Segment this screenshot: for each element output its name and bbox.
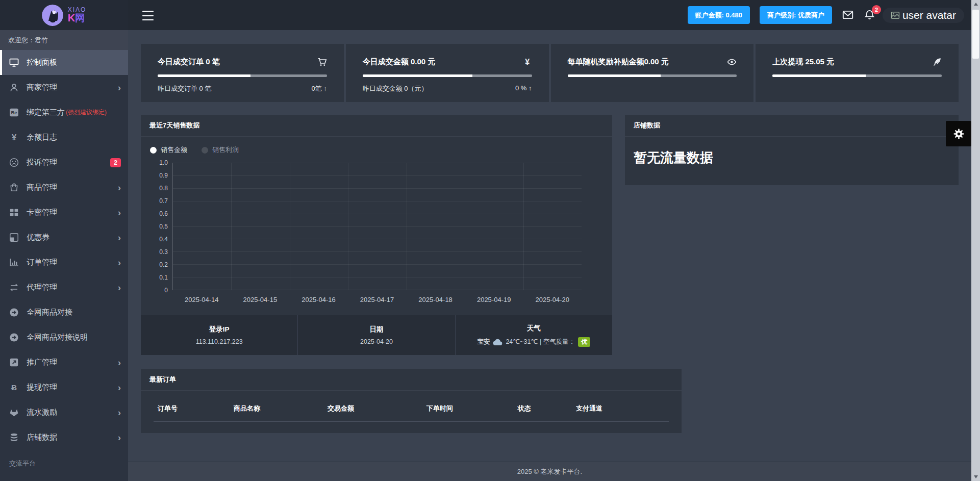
brand-logo[interactable]: XIAO K网 (0, 0, 128, 30)
sidebar-item-0[interactable]: 控制面板 (0, 50, 128, 75)
sidebar-item-label: 订单管理 (27, 258, 57, 267)
orders-table-header: 订单号商品名称交易金额下单时间状态支付通道 (154, 391, 669, 422)
broken-image-icon (891, 11, 900, 20)
legend-dot (202, 147, 208, 154)
sidebar: XIAO K网 欢迎您：君竹 控制面板商家管理›Be绑定第三方(强烈建议绑定)¥… (0, 0, 128, 481)
x-tick-label: 2025-04-16 (289, 296, 348, 303)
sidebar-item-13[interactable]: Ƀ提现管理› (0, 375, 128, 400)
info-cell-value: 113.110.217.223 (196, 338, 243, 345)
stat-card-footer: 昨日成交金额 0（元）0 % ↑ (363, 84, 532, 93)
stat-footer-right: 0 % ↑ (515, 84, 532, 93)
y-tick-label: 0.6 (159, 210, 168, 217)
chevron-right-icon: › (118, 383, 121, 392)
user-avatar[interactable]: user avatar (886, 8, 961, 22)
sidebar-item-end: › (118, 258, 121, 267)
stat-card-title-row: 上次提现 25.05 元 (772, 57, 942, 67)
sidebar-item-4[interactable]: 投诉管理2 (0, 150, 128, 175)
arrow-circle-icon (9, 333, 19, 342)
sidebar-item-label: 投诉管理 (27, 158, 57, 167)
menu-toggle-button[interactable] (142, 11, 154, 20)
sidebar-item-end: › (118, 283, 121, 292)
info-cell-2: 天气宝安24℃~31℃ | 空气质量：优 (456, 315, 612, 355)
stat-card-3: 上次提现 25.05 元 (756, 44, 959, 102)
x-tick-label: 2025-04-17 (348, 296, 407, 303)
sidebar-nav: 控制面板商家管理›Be绑定第三方(强烈建议绑定)¥余额日志投诉管理2商品管理›卡… (0, 50, 128, 450)
sidebar-item-label: 余额日志 (27, 133, 57, 142)
info-value-text: 24℃~31℃ | 空气质量： (506, 338, 575, 346)
info-cell-title: 登录IP (209, 325, 230, 334)
sidebar-item-qq-group[interactable]: 对接QQ群 (0, 473, 128, 481)
chart-plot-area (172, 163, 582, 290)
inbox-button[interactable] (842, 9, 854, 21)
chevron-right-icon: › (118, 208, 121, 217)
sidebar-item-6[interactable]: 卡密管理› (0, 200, 128, 225)
sidebar-item-5[interactable]: 商品管理› (0, 175, 128, 200)
main-area: 账户金额: 0.480 商户级别: 优质商户 2 user avatar 今日成… (128, 0, 971, 481)
info-value-text: 113.110.217.223 (196, 338, 243, 345)
y-tick-label: 0.4 (159, 236, 168, 243)
info-cell-title: 日期 (369, 325, 383, 334)
account-balance-badge[interactable]: 账户金额: 0.480 (688, 6, 750, 24)
svg-text:¥: ¥ (524, 57, 530, 67)
chart-plot-column: 2025-04-142025-04-152025-04-162025-04-17… (172, 163, 582, 309)
chart-legend: 销售金额销售利润 (141, 137, 612, 158)
page-footer: 2025 © 老米发卡平台. (128, 462, 971, 481)
sidebar-item-2[interactable]: Be绑定第三方(强烈建议绑定) (0, 100, 128, 125)
sidebar-item-label: 卡密管理 (27, 208, 57, 217)
topbar-right: 账户金额: 0.480 商户级别: 优质商户 2 user avatar (688, 6, 962, 24)
arrow-circle-icon (9, 308, 19, 317)
legend-label: 销售利润 (212, 145, 239, 155)
scrollbar-up-arrow[interactable] (971, 0, 980, 9)
stat-progress-bar (772, 74, 942, 77)
bag-icon (9, 183, 19, 192)
orders-column-header: 商品名称 (234, 404, 328, 413)
external-link-icon (9, 358, 19, 367)
bitcoin-icon: Ƀ (9, 383, 19, 392)
weather-city: 宝安 (477, 338, 490, 346)
sidebar-item-14[interactable]: 流水激励› (0, 400, 128, 425)
y-tick-label: 0.8 (159, 185, 168, 192)
stat-progress-bar (158, 74, 327, 77)
sidebar-item-7[interactable]: 优惠券› (0, 225, 128, 250)
sidebar-item-label: 商品管理 (27, 183, 57, 192)
legend-item-0[interactable]: 销售金额 (150, 145, 187, 155)
stat-card-title-row: 今日成交订单 0 笔 (158, 57, 327, 67)
envelope-icon (842, 9, 853, 20)
app-window: XIAO K网 欢迎您：君竹 控制面板商家管理›Be绑定第三方(强烈建议绑定)¥… (0, 0, 980, 481)
sidebar-item-end: 2 (110, 158, 121, 167)
orders-panel-title: 最新订单 (141, 369, 682, 391)
y-tick-label: 0.3 (159, 248, 168, 256)
coupon-icon (9, 233, 19, 242)
sidebar-item-3[interactable]: ¥余额日志 (0, 125, 128, 150)
scrollbar-thumb[interactable] (972, 10, 979, 59)
sidebar-item-1[interactable]: 商家管理› (0, 75, 128, 100)
scrollbar-down-arrow[interactable] (971, 472, 980, 481)
middle-row: 最近7天销售数据 销售金额销售利润 1.00.90.80.70.60.50.40… (141, 115, 959, 355)
stat-footer-right: 0笔 ↑ (311, 84, 326, 93)
settings-fab[interactable] (946, 121, 971, 146)
merchant-level-badge[interactable]: 商户级别: 优质商户 (760, 6, 832, 24)
brand-k-text: K (68, 12, 75, 23)
sidebar-item-label: 全网商品对接 (27, 308, 72, 317)
sidebar-item-9[interactable]: 代理管理› (0, 275, 128, 300)
sidebar-item-15[interactable]: 店铺数据› (0, 425, 128, 450)
notifications-button[interactable]: 2 (864, 9, 876, 21)
sidebar-count-badge: 2 (110, 158, 121, 167)
eye-icon (727, 57, 737, 67)
database-icon (9, 433, 19, 442)
exchange-icon (9, 283, 19, 292)
topbar: 账户金额: 0.480 商户级别: 优质商户 2 user avatar (128, 0, 971, 30)
legend-item-1[interactable]: 销售利润 (202, 145, 239, 155)
page-scrollbar[interactable] (971, 0, 980, 481)
stat-card-footer: 昨日成交订单 0 笔0笔 ↑ (158, 84, 327, 93)
sidebar-item-label: 提现管理 (27, 383, 57, 392)
welcome-text: 欢迎您：君竹 (0, 30, 128, 50)
sidebar-item-12[interactable]: 推广管理› (0, 350, 128, 375)
sidebar-item-8[interactable]: 订单管理› (0, 250, 128, 275)
sidebar-item-end: › (118, 358, 121, 367)
sidebar-item-10[interactable]: 全网商品对接 (0, 300, 128, 325)
line-chart: 1.00.90.80.70.60.50.40.30.20.10 2025-04-… (141, 158, 612, 309)
sidebar-item-label: 流水激励 (27, 408, 57, 417)
stat-card-title-row: 今日成交金额 0.00 元¥ (363, 57, 532, 67)
sidebar-item-11[interactable]: 全网商品对接说明 (0, 325, 128, 350)
